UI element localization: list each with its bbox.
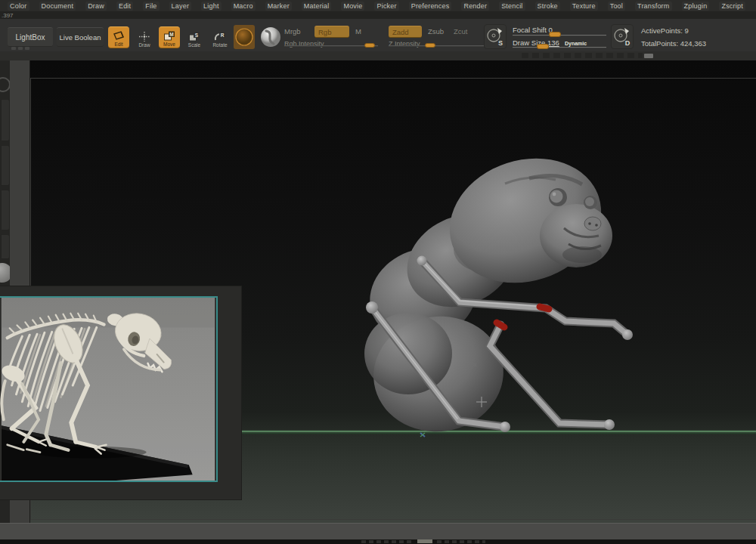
edit-icon xyxy=(113,31,125,41)
pivot-mark xyxy=(473,363,476,366)
draw-label: Draw xyxy=(138,42,150,48)
m-button[interactable]: M xyxy=(355,26,364,38)
lightbox-button[interactable]: LightBox xyxy=(8,27,53,47)
scale-button[interactable]: S Scale xyxy=(184,26,205,48)
menu-file[interactable]: File xyxy=(143,2,159,11)
draw-icon xyxy=(138,32,150,42)
zadd-button[interactable]: Zadd xyxy=(389,26,422,38)
scale-label: Scale xyxy=(188,42,200,48)
active-points-value: 9 xyxy=(685,26,689,35)
rgb-intensity-handle[interactable] xyxy=(364,43,375,48)
zsphere-joint-red xyxy=(497,323,504,327)
svg-text:M: M xyxy=(169,32,173,37)
title-strip: .397 xyxy=(0,12,756,19)
scale-icon: S xyxy=(188,32,200,42)
focal-shift-slider[interactable] xyxy=(513,31,606,39)
menu-render[interactable]: Render xyxy=(461,2,489,11)
draw-size-slider[interactable] xyxy=(513,43,606,51)
zsphere-joint-red xyxy=(540,307,549,309)
menu-layer[interactable]: Layer xyxy=(169,2,192,11)
menu-edit[interactable]: Edit xyxy=(116,2,133,11)
rotate-button[interactable]: R Rotate xyxy=(209,26,231,48)
draw-button[interactable]: Draw xyxy=(134,26,155,48)
shelf-grip-dash xyxy=(18,47,23,50)
z-intensity-handle[interactable] xyxy=(425,43,435,48)
stroke-s-button[interactable]: S xyxy=(484,24,507,49)
shelf-grip-dash xyxy=(11,47,16,50)
tray-button[interactable] xyxy=(1,190,10,230)
mrgb-button[interactable]: Mrgb xyxy=(284,26,305,38)
active-points-readout: ActivePoints: 9 xyxy=(641,26,689,35)
menu-zplugin[interactable]: Zplugin xyxy=(682,2,710,11)
menu-material[interactable]: Material xyxy=(302,2,332,11)
live-boolean-button[interactable]: Live Boolean xyxy=(57,27,104,47)
bottom-scrubber-bar[interactable] xyxy=(0,539,756,544)
menu-light[interactable]: Light xyxy=(201,2,222,11)
menu-movie[interactable]: Movie xyxy=(341,2,364,11)
rotate-label: Rotate xyxy=(212,42,227,48)
nose xyxy=(584,217,601,230)
tray-button[interactable] xyxy=(1,99,10,141)
menu-stencil[interactable]: Stencil xyxy=(499,2,525,11)
menu-tool[interactable]: Tool xyxy=(608,2,625,11)
zcut-button[interactable]: Zcut xyxy=(454,26,473,38)
svg-text:S: S xyxy=(498,39,503,47)
focal-shift-handle[interactable] xyxy=(549,32,561,37)
total-points-readout: TotalPoints: 424,363 xyxy=(641,39,706,48)
active-points-label: ActivePoints: xyxy=(641,26,683,35)
scrubber-ticks xyxy=(361,540,413,543)
svg-text:D: D xyxy=(625,39,631,47)
menu-macro[interactable]: Macro xyxy=(231,2,256,11)
tray-button[interactable] xyxy=(1,234,10,259)
menu-stroke[interactable]: Stroke xyxy=(535,2,560,11)
draw-size-track xyxy=(513,47,606,48)
move-icon: M xyxy=(163,31,175,41)
rotate-icon: R xyxy=(214,32,226,42)
menu-marker[interactable]: Marker xyxy=(265,2,292,11)
rgb-button[interactable]: Rgb xyxy=(314,26,349,38)
current-brush-button[interactable] xyxy=(234,25,255,49)
scrubber-handle[interactable] xyxy=(417,539,432,543)
brush-preview-icon xyxy=(234,25,255,49)
shelf-divider-row xyxy=(0,51,756,60)
reference-image-panel xyxy=(0,286,242,500)
tray-material-icon xyxy=(0,263,10,283)
zbrush-window: Color Document Draw Edit File Layer Ligh… xyxy=(0,0,756,544)
shelf-grip-dash xyxy=(25,47,29,50)
stroke-s-icon: S xyxy=(485,25,506,48)
tray-brush-icon xyxy=(0,77,10,92)
total-points-value: 424,363 xyxy=(680,39,706,48)
skeleton-reference-image[interactable] xyxy=(0,296,218,482)
svg-text:S: S xyxy=(195,32,199,38)
tray-button[interactable] xyxy=(1,145,10,186)
svg-text:R: R xyxy=(221,32,225,38)
z-intensity-slider[interactable] xyxy=(389,42,484,49)
divider-handle[interactable] xyxy=(644,54,653,58)
menu-color[interactable]: Color xyxy=(8,2,29,11)
menu-transform[interactable]: Transform xyxy=(635,2,671,11)
draw-size-handle[interactable] xyxy=(537,44,549,49)
move-label: Move xyxy=(163,42,175,47)
stroke-d-icon: D xyxy=(612,25,633,48)
current-material-button[interactable] xyxy=(259,25,282,49)
menu-picker[interactable]: Picker xyxy=(374,2,398,11)
edit-button[interactable]: Edit xyxy=(108,26,129,48)
menu-document[interactable]: Document xyxy=(39,2,76,11)
menu-draw[interactable]: Draw xyxy=(85,2,107,11)
divider-dashes xyxy=(522,53,643,58)
top-shelf-toolbar: LightBox Live Boolean Edit Draw xyxy=(0,19,756,51)
menu-preferences[interactable]: Preferences xyxy=(409,2,452,11)
edit-label: Edit xyxy=(114,42,122,47)
move-button[interactable]: M Move xyxy=(159,26,180,48)
stroke-d-button[interactable]: D xyxy=(611,24,634,49)
far-eye xyxy=(585,197,594,206)
z-intensity-track xyxy=(389,45,484,46)
menu-zscript[interactable]: Zscript xyxy=(719,2,745,11)
eye xyxy=(550,190,563,203)
skeleton-photo xyxy=(0,298,216,481)
menu-texture[interactable]: Texture xyxy=(570,2,598,11)
rgb-intensity-slider[interactable] xyxy=(284,42,378,49)
zsub-button[interactable]: Zsub xyxy=(428,26,449,38)
front-leg-rod xyxy=(490,323,615,430)
version-number: .397 xyxy=(2,12,14,19)
